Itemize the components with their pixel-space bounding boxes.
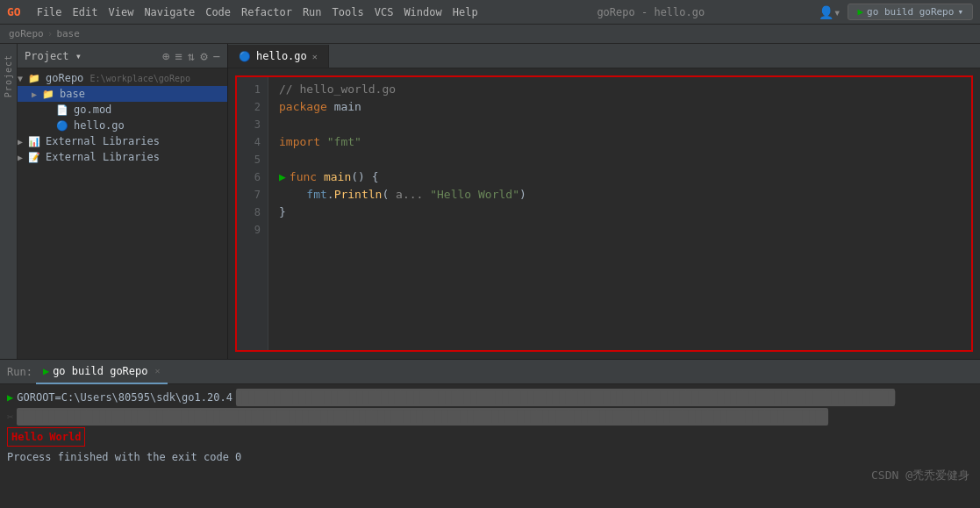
run-goroot-text: GOROOT=C:\Users\80595\sdk\go1.20.4 — [17, 389, 232, 406]
run-line-arrow-icon: ▶ — [7, 389, 13, 406]
code-editor: 1 2 3 4 5 6 7 8 9 // hello_world.go pack… — [235, 75, 973, 352]
panel-title: Project ▾ — [25, 50, 82, 62]
line-num-7: 7 — [244, 186, 261, 204]
project-tab-label[interactable]: Project — [4, 54, 13, 97]
menu-refactor[interactable]: Refactor — [236, 6, 297, 18]
tab-file-icon: 🔵 — [239, 51, 251, 62]
vertical-sidebar: Project — [0, 44, 18, 359]
line-num-3: 3 — [244, 116, 261, 133]
gear-icon[interactable]: ⚙ — [200, 49, 207, 63]
line-num-5: 5 — [244, 151, 261, 168]
tab-close-icon[interactable]: ✕ — [312, 52, 318, 61]
menu-code[interactable]: Code — [200, 6, 236, 18]
toolbar-right: 👤▾ ▶ go build goRepo ▾ — [819, 4, 973, 20]
tree-hellogo[interactable]: 🔵 hello.go — [18, 118, 227, 133]
code-line-7: fmt.Println( a... "Hello World") — [279, 186, 961, 204]
run-gutter-icon[interactable]: ▶ — [279, 168, 286, 186]
line-num-1: 1 — [244, 81, 261, 98]
extlibs-icon: 📊 — [28, 136, 42, 147]
minus-icon[interactable]: − — [213, 49, 220, 63]
tree-base-folder[interactable]: ▶ 📁 base — [18, 86, 227, 102]
base-label: base — [60, 88, 85, 100]
run-config-label: go build goRepo — [867, 6, 954, 18]
hello-world-output: Hello World — [7, 427, 85, 447]
line-num-8: 8 — [244, 204, 261, 221]
base-arrow-icon: ▶ — [32, 89, 42, 99]
panel-icons: ⊕ ≡ ⇅ ⚙ − — [162, 49, 220, 63]
run-label: Run: — [7, 366, 32, 378]
line-num-4: 4 — [244, 133, 261, 151]
line-numbers: 1 2 3 4 5 6 7 8 9 — [237, 77, 268, 350]
line-num-2: 2 — [244, 98, 261, 116]
profile-icon[interactable]: 👤▾ — [819, 5, 841, 19]
menu-vcs[interactable]: VCS — [369, 6, 399, 18]
gomod-icon: 📄 — [56, 104, 70, 116]
run-arrow-icon: ▶ — [857, 6, 863, 18]
hellogo-icon: 🔵 — [56, 120, 70, 132]
run-line2-icon: ✂ — [7, 408, 13, 426]
breadcrumb: goRepo › base — [0, 25, 980, 44]
menu-file[interactable]: File — [32, 6, 68, 18]
run-tab-close-icon[interactable]: ✕ — [155, 366, 161, 376]
extlibs-label: External Libraries — [46, 135, 160, 147]
run-process-text: Process finished with the exit code 0 — [7, 448, 241, 466]
sort-icon[interactable]: ⇅ — [188, 49, 195, 63]
menu-run[interactable]: Run — [297, 6, 327, 18]
panel-header: Project ▾ ⊕ ≡ ⇅ ⚙ − — [18, 44, 227, 68]
tree-root[interactable]: ▼ 📁 goRepo E:\workplace\goRepo — [18, 70, 227, 86]
menu-tools[interactable]: Tools — [327, 6, 369, 18]
menu-help[interactable]: Help — [447, 6, 483, 18]
run-panel: Run: ▶ go build goRepo ✕ ▶ GOROOT=C:\Use… — [0, 359, 980, 508]
run-line-goroot: ▶ GOROOT=C:\Users\80595\sdk\go1.20.4 ███… — [7, 388, 973, 407]
run-config-button[interactable]: ▶ go build goRepo ▾ — [848, 4, 973, 20]
code-line-4: import "fmt" — [279, 133, 961, 151]
run-goroot-blurred: ████████████████████████████████████████… — [236, 389, 895, 406]
menu-view[interactable]: View — [103, 6, 139, 18]
window-title: goRepo - hello.go — [597, 6, 705, 18]
run-panel-tabs: Run: ▶ go build goRepo ✕ — [0, 360, 980, 384]
base-folder-icon: 📁 — [42, 89, 56, 100]
hellogo-label: hello.go — [74, 119, 125, 132]
root-arrow-icon: ▼ — [18, 74, 28, 83]
code-line-2: package main — [279, 98, 961, 116]
code-line-8: } — [279, 204, 961, 221]
tree-external-libs[interactable]: ▶ 📊 External Libraries — [18, 133, 227, 149]
line-num-6: 6 — [244, 168, 261, 186]
code-line-5 — [279, 151, 961, 168]
editor-tab-hellogo[interactable]: 🔵 hello.go ✕ — [228, 45, 329, 68]
menu-window[interactable]: Window — [398, 6, 447, 18]
run-hello-line: Hello World — [7, 426, 973, 447]
tab-filename: hello.go — [256, 50, 307, 62]
editor-tabs: 🔵 hello.go ✕ — [228, 44, 980, 68]
code-content[interactable]: // hello_world.go package main import "f… — [268, 77, 971, 350]
code-line-6: ▶func main() { — [279, 168, 961, 186]
code-line-9 — [279, 221, 961, 239]
code-line-3 — [279, 116, 961, 133]
app-logo: GO — [7, 5, 21, 18]
run-tab-active[interactable]: ▶ go build goRepo ✕ — [36, 360, 168, 384]
run-line-2: ✂ ██████████████████████████████████████… — [7, 407, 973, 426]
gomod-label: go.mod — [74, 104, 111, 116]
menu-edit[interactable]: Edit — [68, 6, 104, 18]
add-icon[interactable]: ⊕ — [162, 49, 169, 63]
menu-navigate[interactable]: Navigate — [139, 6, 200, 18]
run-config-dropdown-icon: ▾ — [957, 6, 963, 18]
menu-bar: GO File Edit View Navigate Code Refactor… — [0, 0, 980, 25]
root-label: goRepo E:\workplace\goRepo — [46, 72, 190, 84]
run-process-line: Process finished with the exit code 0 — [7, 447, 973, 467]
breadcrumb-sep1: › — [47, 28, 54, 39]
breadcrumb-root: goRepo — [9, 28, 44, 39]
run-line2-blurred: ████████████████████████████████████████… — [17, 408, 828, 426]
breadcrumb-base: base — [56, 28, 80, 39]
run-output: ▶ GOROOT=C:\Users\80595\sdk\go1.20.4 ███… — [0, 384, 980, 508]
tree-scratches[interactable]: ▶ 📝 External Libraries — [18, 149, 227, 165]
extlibs-arrow-icon: ▶ — [18, 137, 28, 147]
list-icon[interactable]: ≡ — [175, 49, 182, 63]
scratches-icon: 📝 — [28, 152, 42, 163]
root-folder-icon: 📁 — [28, 73, 42, 84]
run-tab-config-label: go build goRepo — [53, 365, 147, 377]
line-num-9: 9 — [244, 221, 261, 239]
project-panel: Project ▾ ⊕ ≡ ⇅ ⚙ − ▼ 📁 goRepo E:\workpl… — [18, 44, 228, 359]
tree-gomod[interactable]: 📄 go.mod — [18, 102, 227, 118]
scratches-label: External Libraries — [46, 151, 160, 163]
